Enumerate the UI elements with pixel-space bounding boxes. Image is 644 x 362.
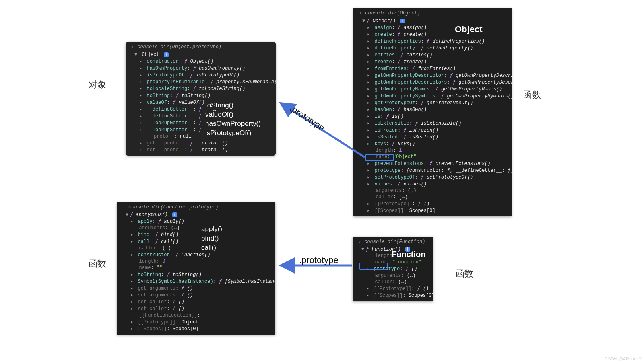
arrows-svg	[0, 0, 644, 362]
tree-row[interactable]: ▸ get caller: ƒ ()	[117, 298, 275, 305]
tree-row[interactable]: ▸ call: ƒ call()	[117, 238, 275, 245]
tree-row[interactable]: ▸ [[Scopes]]: Scopes[0]	[353, 292, 433, 299]
console-command: › console.dir(Object.prototype)	[126, 43, 276, 51]
tree-row[interactable]: arguments: (…)	[353, 272, 433, 279]
tree-row[interactable]: ▸ isPrototypeOf: ƒ isPrototypeOf()	[126, 72, 276, 78]
tree-row[interactable]: ▸ defineProperties: ƒ defineProperties()	[353, 38, 512, 45]
tree-row[interactable]: ▸ create: ƒ create()	[353, 31, 512, 38]
watermark: CSDN @ARuanLY	[605, 356, 642, 361]
tree-row[interactable]: arguments: (…)	[353, 187, 512, 194]
overlay-proto-methods: toString() valueOf() hasOwnProperty() is…	[205, 101, 261, 147]
tree-row[interactable]: ▸ [[Scopes]]: Scopes[0]	[117, 325, 275, 332]
console-panel-function-prototype: › console.dir(Function.prototype)▼ƒ anon…	[117, 202, 275, 335]
tree-row[interactable]: length: 0	[117, 258, 275, 265]
tree-row[interactable]: ▸ hasOwnProperty: ƒ hasOwnProperty()	[126, 65, 276, 72]
tree-row[interactable]: ▸ keys: ƒ keys()	[353, 140, 512, 147]
tree-row[interactable]: ▸ set caller: ƒ ()	[117, 305, 275, 312]
tree-row[interactable]: ▸ set __proto__: ƒ __proto__()	[126, 146, 276, 153]
tree-row[interactable]: ▸ [[Scopes]]: Scopes[0]	[353, 207, 512, 214]
console-command: › console.dir(Object)	[353, 10, 512, 18]
tree-row[interactable]: ▸ get arguments: ƒ ()	[117, 285, 275, 292]
overlay-func-methods: apply() bind() call() ...	[201, 225, 222, 262]
tree-row[interactable]: ▸ constructor: ƒ Function()	[117, 251, 275, 258]
tree-row[interactable]: ▸ apply: ƒ apply()	[117, 218, 275, 225]
tree-row[interactable]: ▸ propertyIsEnumerable: ƒ propertyIsEnum…	[126, 78, 276, 85]
label-object-cn: 对象	[89, 80, 106, 89]
tree-row[interactable]: ▸ freeze: ƒ freeze()	[353, 58, 512, 65]
tree-row[interactable]: ▸ hasOwn: ƒ hasOwn()	[353, 106, 512, 113]
tree-root[interactable]: ▼ƒ anonymous() i	[117, 212, 275, 218]
tree-row[interactable]: ▸ fromEntries: ƒ fromEntries()	[353, 65, 512, 72]
tree-row[interactable]: ▸ set arguments: ƒ ()	[117, 292, 275, 298]
tree-row[interactable]: ▸ values: ƒ values()	[353, 181, 512, 187]
tree-row[interactable]: caller: (…)	[353, 279, 433, 285]
tree-row[interactable]: ▸ is: ƒ is()	[353, 113, 512, 120]
tree-root[interactable]: ▼ Object i	[126, 51, 276, 58]
label-function-cn-right-bottom: 函数	[456, 269, 473, 278]
info-icon[interactable]: i	[400, 19, 405, 23]
tree-row[interactable]: ▸ toString: ƒ toString()	[117, 271, 275, 278]
tree-row[interactable]: ▸ entries: ƒ entries()	[353, 51, 512, 58]
tree-row[interactable]: ▸ isFrozen: ƒ isFrozen()	[353, 127, 512, 134]
info-icon[interactable]: i	[164, 52, 169, 57]
info-icon[interactable]: i	[172, 212, 177, 217]
tree-row[interactable]: ▸ bind: ƒ bind()	[117, 231, 275, 238]
tree-row[interactable]: arguments: (…)	[117, 225, 275, 231]
tree-row[interactable]: ▸ toString: ƒ toString()	[126, 92, 276, 99]
tree-row[interactable]: ▸ constructor: ƒ Object()	[126, 58, 276, 65]
tree-row[interactable]: ▸ setPrototypeOf: ƒ setPrototypeOf()	[353, 174, 512, 181]
tree-row[interactable]: ▸ isSealed: ƒ isSealed()	[353, 134, 512, 140]
tree-row[interactable]: ▸ [[Prototype]]: ƒ ()	[353, 285, 433, 292]
tree-row[interactable]: name: ""	[117, 265, 275, 271]
tree-row[interactable]: ▸ prototype: {constructor: ƒ, __defineGe…	[353, 167, 512, 174]
tree-row[interactable]: ▸ isExtensible: ƒ isExtensible()	[353, 120, 512, 127]
highlight-box-function-prototype	[359, 263, 388, 270]
tree-row[interactable]: ▸ assign: ƒ assign()	[353, 24, 512, 31]
tree-row[interactable]: ▸ getOwnPropertyNames: ƒ getOwnPropertyN…	[353, 86, 512, 93]
tree-root[interactable]: ▼ƒ Object() i	[353, 18, 512, 24]
tree-row[interactable]: ▸ defineProperty: ƒ defineProperty()	[353, 45, 512, 51]
tree-row[interactable]: ▸ toLocaleString: ƒ toLocaleString()	[126, 85, 276, 92]
tree-row[interactable]: ▸ Symbol(Symbol.hasInstance): ƒ [Symbol.…	[117, 278, 275, 285]
label-function-cn-left: 函数	[89, 259, 106, 268]
arrow-label-top: .prototype	[288, 104, 326, 133]
tree-row[interactable]: ▸ getOwnPropertyDescriptors: ƒ getOwnPro…	[353, 79, 512, 86]
tree-row[interactable]: [[FunctionLocation]]:	[117, 312, 275, 319]
tree-row[interactable]: ▸ getOwnPropertyDescriptor: ƒ getOwnProp…	[353, 72, 512, 79]
overlay-title-object: Object	[455, 24, 482, 35]
overlay-title-function: Function	[392, 249, 425, 259]
label-function-cn-right-top: 函数	[523, 90, 541, 99]
console-command: › console.dir(Function.prototype)	[117, 204, 275, 212]
console-command: › console.dir(Function)	[353, 238, 433, 246]
arrow-label-bottom: .prototype	[299, 256, 339, 265]
tree-row[interactable]: length: 1	[353, 147, 512, 154]
tree-row[interactable]: ▸ getPrototypeOf: ƒ getPrototypeOf()	[353, 99, 512, 106]
tree-row[interactable]: caller: (…)	[353, 194, 512, 200]
tree-row[interactable]: caller: (…)	[117, 245, 275, 251]
tree-row[interactable]: ▸ [[Prototype]]: ƒ ()	[353, 200, 512, 207]
highlight-box-object-prototype	[365, 154, 394, 161]
console-panel-object: › console.dir(Object)▼ƒ Object() i▸ assi…	[353, 8, 512, 216]
tree-row[interactable]: ▸ [[Prototype]]: Object	[117, 319, 275, 325]
tree-row[interactable]: ▸ getOwnPropertySymbols: ƒ getOwnPropert…	[353, 93, 512, 99]
